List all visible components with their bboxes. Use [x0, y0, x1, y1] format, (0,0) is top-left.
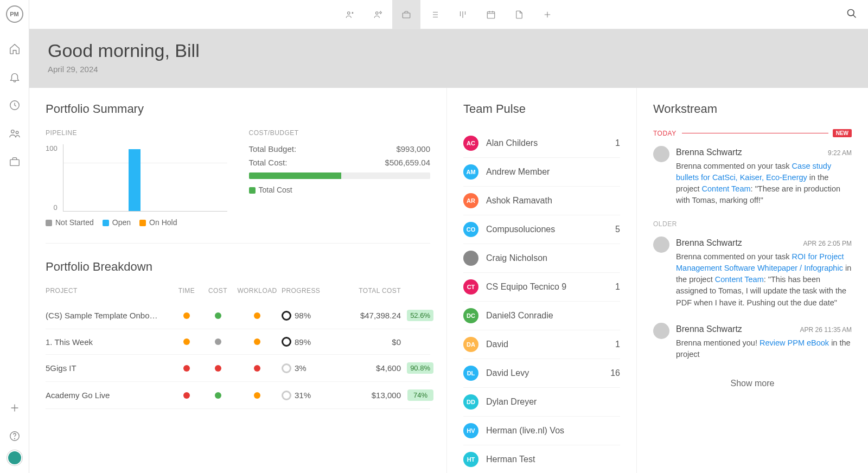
briefcase-icon[interactable] [8, 155, 21, 168]
ws-time: 9:22 AM [828, 149, 852, 158]
notifications-icon[interactable] [8, 71, 21, 84]
ws-author: Brenna Schwartz [676, 323, 742, 335]
ws-author: Brenna Schwartz [676, 146, 742, 158]
breakdown-header: PROJECT TIME COST WORKLOAD PROGRESS TOTA… [46, 287, 430, 295]
ws-text: Brenna commented on your task Case study… [676, 161, 852, 206]
progress-cell: 3% [282, 363, 330, 373]
svg-point-8 [380, 11, 381, 13]
legend-open: Open [103, 218, 131, 227]
breakdown-row[interactable]: 1. This Week89%$0 [46, 329, 430, 355]
time-dot [183, 312, 190, 319]
page-header: Good morning, Bill April 29, 2024 [29, 29, 868, 88]
ws-older-label: OLDER [653, 220, 677, 228]
member-avatar: HV [463, 423, 478, 438]
totalcost-value: $506,659.04 [385, 158, 430, 167]
ws-text: Brenna commented on your task ROI for Pr… [676, 251, 852, 308]
ws-new-badge: NEW [833, 129, 852, 137]
member-count: 1 [615, 340, 620, 349]
team-member-row[interactable]: CTCS Equipo Tecnico 91 [463, 273, 620, 302]
team-member-row[interactable]: ACAlan Childers1 [463, 129, 620, 158]
team-pulse-title: Team Pulse [463, 102, 620, 116]
search-icon[interactable] [846, 8, 857, 21]
add-icon[interactable] [8, 401, 21, 414]
member-avatar: DA [463, 337, 478, 352]
member-avatar: CO [463, 222, 478, 237]
pct-badge: 52.6% [407, 310, 433, 321]
workstream-item[interactable]: Brenna SchwartzAPR 26 2:05 PMBrenna comm… [653, 237, 852, 308]
svg-point-7 [376, 11, 379, 14]
team-member-row[interactable]: HTHerman Test [463, 445, 620, 473]
show-more-button[interactable]: Show more [653, 374, 852, 393]
member-name: Alan Childers [486, 138, 615, 148]
member-name: Ashok Ramavath [486, 196, 620, 206]
team-member-row[interactable]: HVHerman (live.nl) Vos [463, 417, 620, 445]
team-member-row[interactable]: DCDaniel3 Conradie [463, 302, 620, 330]
breakdown-row[interactable]: 5Gigs IT3%$4,60090.8% [46, 355, 430, 382]
progress-cell: 98% [282, 311, 330, 321]
home-icon[interactable] [8, 42, 21, 55]
cost-subhead: COST/BUDGET [249, 129, 431, 137]
total-cost-cell: $4,600 [330, 363, 401, 373]
member-name: Andrew Member [486, 167, 620, 177]
time-dot [183, 338, 190, 345]
member-name: Daniel3 Conradie [486, 311, 620, 321]
tab-people-settings[interactable] [364, 0, 392, 29]
tab-add[interactable] [533, 0, 561, 29]
workstream-item[interactable]: Brenna SchwartzAPR 26 11:35 AMBrenna men… [653, 323, 852, 360]
workload-dot [254, 338, 260, 345]
team-member-row[interactable]: DDDylan Dreyer [463, 388, 620, 417]
tab-calendar[interactable] [477, 0, 505, 29]
clock-icon[interactable] [8, 99, 21, 112]
legend-not-started: Not Started [46, 218, 94, 227]
cost-legend: Total Cost [249, 186, 292, 194]
tab-people[interactable] [336, 0, 364, 29]
member-avatar [463, 251, 478, 266]
ws-project-link[interactable]: Content Team [702, 184, 751, 193]
cost-dot [215, 338, 221, 345]
tab-board[interactable] [449, 0, 477, 29]
ws-today-label: TODAY [653, 130, 676, 137]
cost-dot [215, 312, 221, 319]
ws-task-link[interactable]: Case study bullets for CatSci, Kaiser, E… [676, 162, 831, 182]
ws-time: APR 26 2:05 PM [803, 239, 852, 248]
ws-task-link[interactable]: ROI for Project Management Software Whit… [676, 252, 844, 272]
workload-dot [254, 312, 260, 319]
workload-dot [254, 392, 260, 399]
breakdown-row[interactable]: (CS) Sample Template Onbo…98%$47,398.245… [46, 302, 430, 329]
team-icon[interactable] [8, 127, 21, 140]
ws-project-link[interactable]: Content Team [715, 275, 764, 284]
member-name: Herman Test [486, 455, 620, 464]
member-avatar: AM [463, 164, 478, 180]
tab-document[interactable] [505, 0, 533, 29]
member-count: 16 [610, 368, 620, 378]
team-member-row[interactable]: COCompusoluciones5 [463, 215, 620, 244]
user-avatar[interactable] [7, 450, 22, 465]
time-dot [183, 392, 190, 399]
pipeline-chart: 100 0 [46, 144, 227, 212]
tab-list[interactable] [420, 0, 449, 29]
member-name: Craig Nicholson [486, 253, 620, 263]
ws-task-link[interactable]: Review PPM eBook [760, 338, 829, 347]
workstream-column: Workstream TODAY NEW Brenna Schwartz9:22… [637, 88, 868, 473]
team-member-row[interactable]: AMAndrew Member [463, 158, 620, 187]
workstream-item[interactable]: Brenna Schwartz9:22 AMBrenna commented o… [653, 146, 852, 206]
svg-point-1 [11, 130, 14, 133]
member-avatar: CT [463, 279, 478, 295]
svg-rect-10 [487, 11, 495, 18]
app-logo[interactable]: PM [6, 5, 23, 23]
team-member-row[interactable]: DADavid1 [463, 330, 620, 359]
project-name: 5Gigs IT [46, 363, 170, 373]
team-member-row[interactable]: Craig Nicholson [463, 244, 620, 273]
tab-portfolio[interactable] [392, 0, 420, 29]
team-member-row[interactable]: DLDavid Levy16 [463, 359, 620, 388]
budget-label: Total Budget: [249, 144, 297, 154]
breakdown-row[interactable]: Academy Go Live31%$13,00074% [46, 382, 430, 409]
portfolio-column: Portfolio Summary PIPELINE 100 0 Not S [29, 88, 447, 473]
team-member-row[interactable]: ARAshok Ramavath [463, 187, 620, 215]
greeting: Good morning, Bill [48, 40, 850, 61]
member-avatar: AC [463, 136, 478, 151]
help-icon[interactable] [8, 430, 21, 443]
portfolio-summary-title: Portfolio Summary [46, 102, 430, 116]
member-count: 1 [615, 138, 620, 148]
budget-bar [249, 172, 431, 179]
